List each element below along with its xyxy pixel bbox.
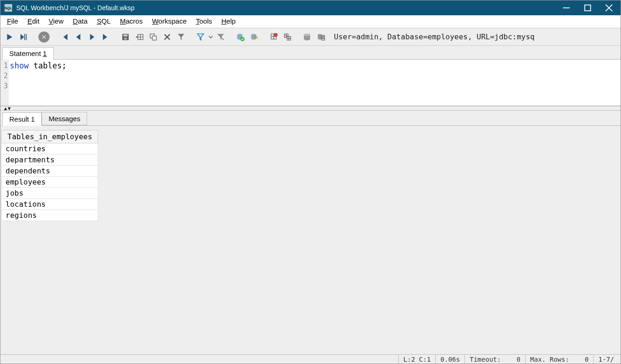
grid-copy-icon	[149, 33, 157, 41]
db-explorer-button[interactable]	[301, 31, 314, 43]
minimize-icon	[562, 4, 571, 12]
commit-button[interactable]	[234, 31, 247, 43]
play-icon	[6, 33, 14, 41]
app-icon: SQL	[4, 4, 13, 12]
menu-view[interactable]: View	[44, 15, 68, 28]
grid-arrow-icon	[135, 33, 144, 41]
table-cell[interactable]: jobs	[2, 188, 98, 199]
timeout-value[interactable]: 0	[516, 356, 520, 363]
row-range: 1-7/	[593, 355, 619, 364]
minimize-button[interactable]	[556, 1, 577, 15]
svg-rect-6	[152, 36, 157, 40]
chevron-down-icon	[208, 35, 213, 39]
menu-file[interactable]: File	[2, 15, 23, 28]
line-gutter: 123	[0, 60, 9, 105]
table-row[interactable]: countries	[2, 143, 98, 154]
close-icon	[605, 4, 613, 12]
result-area: Tables_in_employees countriesdepartments…	[0, 125, 621, 354]
grid-options-button[interactable]	[281, 31, 294, 43]
last-icon	[102, 33, 110, 41]
svg-rect-3	[124, 37, 127, 40]
result-table[interactable]: Tables_in_employees countriesdepartments…	[1, 130, 98, 221]
maxrows-value[interactable]: 0	[585, 356, 589, 363]
table-cell[interactable]: locations	[2, 199, 98, 210]
timeout-label: Timeout: 0	[464, 355, 525, 364]
last-button[interactable]	[100, 31, 113, 43]
statement-tabs: Statement 1	[0, 46, 621, 60]
maximize-button[interactable]	[577, 1, 598, 15]
filter-button[interactable]	[175, 31, 188, 43]
result-tab-result-1[interactable]: Result 1	[2, 112, 42, 126]
tab-num: 1	[43, 49, 47, 57]
stop-button[interactable]	[38, 31, 50, 43]
prev-button[interactable]	[72, 31, 85, 43]
menu-edit[interactable]: Edit	[23, 15, 44, 28]
table-cell[interactable]: countries	[2, 143, 98, 154]
svg-point-16	[304, 33, 310, 36]
menu-sql[interactable]: SQL	[92, 15, 115, 28]
delete-icon	[163, 33, 171, 41]
next-button[interactable]	[86, 31, 99, 43]
connection-info: User=admin, Database=employees, URL=jdbc…	[334, 32, 534, 41]
db-list-button[interactable]	[314, 31, 327, 43]
copy-row-button[interactable]	[147, 31, 160, 43]
filter-clear-button[interactable]	[214, 31, 227, 43]
menubar: FileEditViewDataSQLMacrosWorkspaceToolsH…	[0, 15, 621, 28]
append-results-button[interactable]: !	[267, 31, 280, 43]
svg-rect-0	[585, 5, 591, 11]
splitter[interactable]: ▲▼	[0, 106, 621, 111]
rollback-button[interactable]	[248, 31, 261, 43]
play-cursor-icon	[19, 33, 28, 41]
cursor-position: L:2 C:1	[398, 355, 435, 364]
toolbar: ! User=admin, Database=employees, URL=jd…	[0, 28, 621, 46]
code-area[interactable]: show tables;	[9, 60, 621, 105]
result-tabs: Result 1Messages	[0, 111, 621, 125]
table-row[interactable]: jobs	[2, 188, 98, 199]
maxrows-label: Max. Rows: 0	[525, 355, 593, 364]
table-row[interactable]: locations	[2, 199, 98, 210]
db-check-icon	[236, 33, 245, 41]
column-header[interactable]: Tables_in_employees	[2, 130, 98, 143]
menu-workspace[interactable]: Workspace	[147, 15, 191, 28]
funnel-clear-icon	[217, 33, 225, 41]
first-button[interactable]	[58, 31, 71, 43]
first-icon	[60, 33, 69, 41]
svg-rect-2	[124, 34, 128, 37]
tab-label: Statement	[9, 49, 43, 57]
menu-data[interactable]: Data	[68, 15, 92, 28]
filter-dropdown-button[interactable]	[208, 31, 213, 43]
table-cell[interactable]: departments	[2, 154, 98, 166]
maximize-icon	[583, 4, 592, 12]
table-cell[interactable]: dependents	[2, 166, 98, 177]
db-undo-icon	[250, 33, 258, 41]
funnel-outline-icon	[196, 33, 205, 41]
menu-help[interactable]: Help	[217, 15, 240, 28]
filter-open-button[interactable]	[194, 31, 207, 43]
next-icon	[88, 33, 96, 41]
funnel-icon	[177, 33, 185, 41]
stop-icon	[41, 34, 47, 40]
sql-editor[interactable]: 123 show tables;	[0, 60, 621, 106]
menu-tools[interactable]: Tools	[191, 15, 217, 28]
table-row[interactable]: regions	[2, 210, 98, 221]
table-cell[interactable]: employees	[2, 177, 98, 188]
table-cell[interactable]: regions	[2, 210, 98, 221]
close-button[interactable]	[598, 1, 620, 15]
table-row[interactable]: dependents	[2, 166, 98, 177]
menu-macros[interactable]: Macros	[115, 15, 147, 28]
statement-tab[interactable]: Statement 1	[2, 47, 54, 60]
grid-multi-icon	[283, 33, 292, 41]
table-row[interactable]: departments	[2, 154, 98, 166]
insert-row-button[interactable]	[133, 31, 146, 43]
execute-button[interactable]	[3, 31, 16, 43]
delete-row-button[interactable]	[161, 31, 174, 43]
table-row[interactable]: employees	[2, 177, 98, 188]
database-list-icon	[317, 33, 325, 41]
exec-time: 0.06s	[435, 355, 464, 364]
save-button[interactable]	[119, 31, 132, 43]
grid-warn-icon: !	[270, 33, 278, 41]
save-icon	[121, 33, 130, 41]
result-tab-messages[interactable]: Messages	[42, 112, 87, 125]
execute-current-button[interactable]	[17, 31, 30, 43]
window-title: SQL Workbench/J mySQL - Default.wksp	[16, 4, 556, 12]
